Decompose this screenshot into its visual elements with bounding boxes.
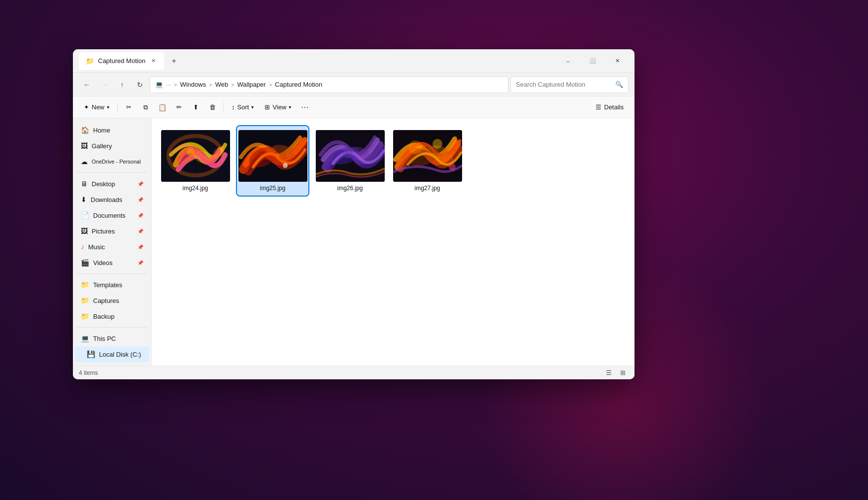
tab-folder-icon: 📁 [86,57,94,65]
breadcrumb-windows[interactable]: Windows [180,81,206,88]
sidebar-videos-label: Videos [93,259,113,267]
rename-icon: ✏ [176,103,182,111]
file-item-img25[interactable]: img25.jpg [237,126,308,196]
svg-point-22 [449,164,456,170]
minimize-button[interactable]: – [557,53,579,69]
sidebar-item-documents[interactable]: 📄 Documents 📌 [75,207,149,223]
forward-button[interactable]: → [97,77,112,93]
sidebar-item-videos[interactable]: 🎬 Videos 📌 [75,255,149,270]
refresh-button[interactable]: ↻ [132,77,148,93]
sidebar-item-captures[interactable]: 📁 Captures [75,293,149,308]
this-pc-icon: 💻 [81,334,89,342]
sidebar-item-home[interactable]: 🏠 Home [75,122,149,138]
toolbar-sep2 [223,102,224,112]
sidebar-item-music[interactable]: ♪ Music 📌 [75,239,149,255]
list-view-button[interactable]: ☰ [603,367,615,379]
view-icon: ⊞ [265,103,270,111]
active-tab[interactable]: 📁 Captured Motion ✕ [79,52,164,70]
music-icon: ♪ [81,243,84,251]
sidebar-item-local-disk-c[interactable]: 💾 Local Disk (C:) [75,346,149,362]
new-icon: ✦ [84,103,89,111]
breadcrumb-current[interactable]: Captured Motion [275,81,322,88]
sidebar-music-label: Music [88,243,105,251]
sidebar-item-templates[interactable]: 📁 Templates [75,277,149,293]
sort-button[interactable]: ↕ Sort ▾ [227,100,259,115]
file-name-img25: img25.jpg [260,185,285,192]
details-button[interactable]: ☰ Details [591,100,629,115]
cut-button[interactable]: ✂ [121,100,136,115]
local-disk-icon: 💾 [87,350,95,358]
maximize-button[interactable]: ⬜ [581,53,604,69]
rename-button[interactable]: ✏ [171,100,187,115]
pin-icon: 📌 [137,181,143,187]
sidebar: 🏠 Home 🖼 Gallery ☁ OneDrive - Personal 🖥… [73,118,152,366]
sidebar-item-gallery[interactable]: 🖼 Gallery [75,138,149,154]
up-button[interactable]: ↑ [114,77,130,93]
documents-icon: 📄 [81,211,89,219]
sidebar-templates-label: Templates [93,281,122,289]
tab-title: Captured Motion [98,57,145,65]
sidebar-local-disk-label: Local Disk (C:) [99,351,141,358]
videos-pin-icon: 📌 [137,260,143,266]
sidebar-this-pc-label: This PC [93,335,116,342]
view-toggle-group: ☰ ⊞ [603,367,629,379]
svg-point-19 [408,140,422,154]
share-button[interactable]: ⬆ [188,100,203,115]
window-controls: – ⬜ ✕ [557,53,629,69]
breadcrumb-web[interactable]: Web [215,81,229,88]
svg-point-15 [343,149,353,159]
new-tab-button[interactable]: + [166,53,182,69]
search-bar[interactable]: 🔍 [510,76,629,93]
svg-point-11 [283,163,288,168]
file-thumbnail-img27 [393,130,462,182]
desktop-icon: 🖥 [81,180,88,188]
address-bar[interactable]: 💻 ··· > Windows > Web > Wallpaper > Capt… [150,76,508,93]
sidebar-item-this-pc[interactable]: 💻 This PC [75,331,149,346]
close-button[interactable]: ✕ [606,53,629,69]
gallery-icon: 🖼 [81,142,88,150]
captures-folder-icon: 📁 [81,297,89,304]
file-grid: img24.jpg [152,118,634,366]
more-icon: ··· [301,103,309,112]
copy-button[interactable]: ⧉ [137,100,153,115]
file-item-img24[interactable]: img24.jpg [160,126,231,196]
view-button[interactable]: ⊞ View ▾ [260,100,296,115]
svg-point-5 [200,157,206,163]
sort-dropdown-icon: ▾ [251,104,254,110]
sidebar-item-onedrive[interactable]: ☁ OneDrive - Personal [75,154,149,169]
grid-view-button[interactable]: ⊞ [617,367,629,379]
tab-close-button[interactable]: ✕ [149,57,157,65]
main-content: 🏠 Home 🖼 Gallery ☁ OneDrive - Personal 🖥… [73,118,634,366]
sidebar-item-backup[interactable]: 📁 Backup [75,308,149,324]
delete-button[interactable]: 🗑 [204,100,220,115]
more-button[interactable]: ··· [297,100,313,115]
back-button[interactable]: ← [79,77,95,93]
file-name-img24: img24.jpg [182,185,208,192]
file-name-img27: img27.jpg [414,185,440,192]
sidebar-divider2 [77,273,147,274]
svg-point-20 [433,139,442,149]
file-item-img26[interactable]: img26.jpg [314,126,386,196]
sidebar-item-desktop[interactable]: 🖥 Desktop 📌 [75,176,149,192]
breadcrumb-sep4: > [269,82,272,88]
sort-label: Sort [237,103,249,111]
videos-icon: 🎬 [81,259,89,267]
sidebar-item-stuff-d[interactable]: 💾 Stuff (D:) [75,362,149,366]
new-dropdown-icon: ▾ [107,104,109,110]
sidebar-onedrive-label: OneDrive - Personal [92,159,141,165]
breadcrumb-wallpaper[interactable]: Wallpaper [237,81,266,88]
paste-icon: 📋 [158,103,167,111]
file-thumbnail-img26 [316,130,385,182]
downloads-pin-icon: 📌 [137,197,143,202]
sidebar-item-downloads[interactable]: ⬇ Downloads 📌 [75,192,149,207]
search-input[interactable] [516,81,612,88]
breadcrumb-sep2: > [209,82,212,88]
cut-icon: ✂ [126,103,132,111]
templates-folder-icon: 📁 [81,281,89,289]
new-button[interactable]: ✦ New ▾ [79,100,114,115]
paste-button[interactable]: 📋 [154,100,170,115]
file-item-img27[interactable]: img27.jpg [392,126,463,196]
sidebar-item-pictures[interactable]: 🖼 Pictures 📌 [75,223,149,239]
view-label: View [272,103,286,111]
backup-folder-icon: 📁 [81,312,89,320]
